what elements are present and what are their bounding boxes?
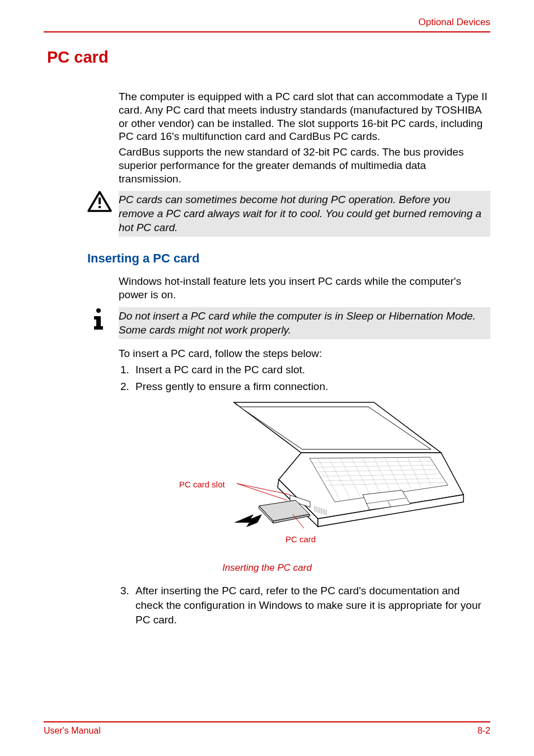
figure: PC card slot PC card bbox=[44, 401, 490, 558]
intro-para-2: CardBus supports the new standard of 32-… bbox=[119, 145, 490, 185]
step-2: Press gently to ensure a firm connection… bbox=[132, 379, 490, 394]
warning-icon bbox=[87, 191, 115, 215]
info-callout: Do not insert a PC card while the comput… bbox=[44, 307, 490, 339]
insert-intro: Windows hot-install feature lets you ins… bbox=[119, 275, 490, 302]
footer-rule bbox=[44, 721, 490, 722]
figure-caption: Inserting the PC card bbox=[44, 562, 490, 574]
warning-text: PC cards can sometimes become hot during… bbox=[119, 191, 490, 237]
step-3: After inserting the PC card, refer to th… bbox=[132, 584, 490, 627]
svg-rect-1 bbox=[99, 198, 101, 204]
footer-page-number: 8-2 bbox=[477, 726, 490, 736]
steps-list: Insert a PC card in the PC card slot. Pr… bbox=[119, 363, 490, 393]
intro-paragraphs: The computer is equipped with a PC card … bbox=[119, 90, 490, 185]
insert-intro-para: Windows hot-install feature lets you ins… bbox=[119, 275, 490, 302]
footer-manual-label: User's Manual bbox=[44, 726, 101, 736]
insert-follow-para: To insert a PC card, follow the steps be… bbox=[119, 347, 490, 360]
laptop-illustration bbox=[206, 397, 469, 553]
intro-para-1: The computer is equipped with a PC card … bbox=[119, 90, 490, 143]
step-1: Insert a PC card in the PC card slot. bbox=[132, 363, 490, 377]
warning-callout: PC cards can sometimes become hot during… bbox=[44, 191, 490, 237]
sub-heading: Inserting a PC card bbox=[87, 251, 490, 266]
insert-follow: To insert a PC card, follow the steps be… bbox=[119, 347, 490, 360]
page-title: PC card bbox=[47, 48, 490, 67]
info-text: Do not insert a PC card while the comput… bbox=[119, 307, 490, 339]
header-rule bbox=[44, 31, 490, 32]
steps-list-cont: After inserting the PC card, refer to th… bbox=[119, 584, 490, 627]
svg-point-3 bbox=[96, 308, 101, 313]
info-icon bbox=[87, 307, 115, 333]
header-section-label: Optional Devices bbox=[418, 17, 490, 28]
svg-rect-2 bbox=[99, 206, 101, 208]
